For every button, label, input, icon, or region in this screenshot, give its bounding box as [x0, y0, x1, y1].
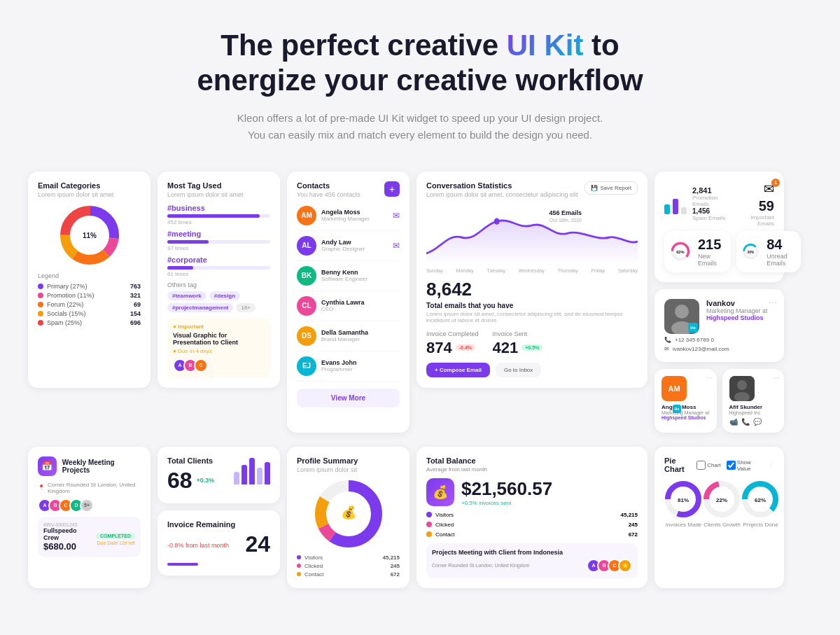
- invoice-remaining-title: Invoice Remaining: [167, 520, 270, 529]
- project-meeting-card: Projects Meeting with Client from Indone…: [426, 543, 638, 578]
- spam-emails-label: Spam Emails: [692, 215, 732, 221]
- dots-menu[interactable]: ···: [769, 296, 777, 307]
- svg-point-7: [494, 218, 500, 224]
- hero-title: The perfect creative UI Kit to energize …: [14, 28, 826, 99]
- clients-growth-pie: 22% Clients Growth: [703, 480, 741, 528]
- balance-header: Total Balance Average from last month: [426, 456, 638, 473]
- ivankov-name: Ivankov: [706, 299, 768, 307]
- compose-row: + Compose Email Go to Inbox: [426, 363, 638, 377]
- hero-accent: UI Kit: [507, 29, 584, 62]
- invoice-completed-badge: -0.4%: [456, 344, 475, 351]
- tag-chip[interactable]: #projectmanagement: [167, 303, 233, 312]
- others-tag-label: Others tag: [167, 281, 270, 288]
- view-more-button[interactable]: View More: [297, 389, 400, 407]
- invoices-made-pie: 81% Invoices Made: [664, 480, 703, 528]
- important-title: Visual Graphic for Presentation to Clien…: [173, 332, 265, 346]
- balance-value-row: 💰 $21,560.57 +0.5% invoices sent: [426, 478, 638, 506]
- clients-bar-chart: [234, 456, 270, 484]
- dots-menu[interactable]: ···: [774, 373, 780, 382]
- pie-header: Pie Chart Chart Show Value ⋮: [664, 456, 774, 475]
- ivankov-phone: 📞+12 345 6789 0: [664, 337, 774, 343]
- total-clients-badge: +0.3%: [197, 477, 215, 484]
- compose-email-button[interactable]: + Compose Email: [426, 363, 490, 377]
- important-label: ● Important: [173, 323, 265, 330]
- tag-corporate: #corporate 61 times: [167, 256, 270, 277]
- project-meeting-title: Projects Meeting with Client from Indone…: [432, 549, 632, 556]
- afif-profile-card: ··· Afif Skunder Highspeed Inc 📹 📞 💬: [722, 369, 785, 433]
- contacts-header: Contacts You have 456 contacts +: [297, 181, 400, 198]
- angela-company: Highspeed Studios: [662, 415, 710, 420]
- contact-item: AM Angela MossMarketing Manager ✉: [297, 201, 400, 231]
- tag-business: #business 452 times: [167, 204, 270, 225]
- projects-done-label: Projects Done: [741, 522, 780, 528]
- invoice-status: COMPLETED: [96, 533, 135, 539]
- chart-checkbox[interactable]: [696, 461, 706, 470]
- tag-more[interactable]: 16+: [236, 303, 255, 312]
- legend-list: Primary (27%) 763 Promotion (11%) 321 Fo…: [38, 283, 141, 326]
- contact-item: CL Cynthia LawraCEO: [297, 291, 400, 321]
- promotion-emails-label: Promotion Emails: [692, 195, 732, 207]
- bottom-row: 📅 Weekly Meeting Projects 📍Corner Rounde…: [14, 447, 826, 602]
- promotion-emails-count: 2,841: [692, 186, 732, 195]
- svg-text:💰: 💰: [341, 505, 357, 520]
- invoice-row: #INV-00001245 Fullspeedo Crew $680.00 CO…: [38, 517, 141, 557]
- dots-menu[interactable]: ···: [706, 373, 712, 382]
- svg-text:11%: 11%: [82, 232, 96, 239]
- total-clients-card: Total Clients 68 +0.3%: [158, 447, 280, 503]
- project-meeting-location: Corner Rounded St London, United Kingdom: [432, 563, 529, 568]
- svg-text:62%: 62%: [676, 251, 685, 255]
- invoice-sent: Invoice Sent 421 +0.5%: [493, 330, 543, 357]
- legend-item: Promotion (11%) 321: [38, 292, 141, 299]
- ivankov-role: Marketing Manager at: [706, 307, 768, 314]
- right-column: 2,841 Promotion Emails 1,456 Spam Emails…: [654, 172, 784, 433]
- contact-item: AL Andy LawGraphic Designer ✉: [297, 231, 400, 261]
- conv-header: Conversation Statistics Lorem ipsum dolo…: [426, 181, 638, 204]
- ivankov-email: ✉ivankov123@mail.com: [664, 346, 774, 352]
- pie-chart-title: Pie Chart: [664, 456, 696, 473]
- donut-chart: 11%: [38, 204, 141, 267]
- save-icon: 💾: [591, 185, 598, 191]
- balance-badge: +0.5% invoices sent: [461, 500, 552, 506]
- invoice-number: #INV-00001245: [43, 522, 90, 527]
- hero-title-line2: energize your creative workflow: [197, 64, 643, 97]
- save-report-button[interactable]: 💾 Save Report: [584, 181, 638, 195]
- hs-badge: Hs: [688, 323, 698, 333]
- most-tag-title: Most Tag Used: [167, 181, 270, 190]
- balance-title: Total Balance: [426, 456, 487, 465]
- ivankov-profile-card: ··· Hs Ivankov Marketing Manager at: [654, 289, 784, 362]
- pie-more-options[interactable]: ⋮: [769, 462, 774, 468]
- afif-company: Highspeed Inc: [729, 410, 778, 415]
- show-value-checkbox[interactable]: [727, 461, 736, 470]
- go-to-inbox-button[interactable]: Go to Inbox: [496, 363, 541, 377]
- tag-chip[interactable]: #teamwork: [167, 291, 206, 300]
- total-emails-value: 8,642: [426, 279, 638, 300]
- add-contact-button[interactable]: +: [384, 181, 400, 197]
- chart-area: 456 Emails Oct 18th, 2020: [426, 209, 638, 265]
- ivankov-company: Highspeed Studios: [706, 314, 768, 321]
- invoice-completed: Invoice Completed 874 -0.4%: [426, 330, 479, 357]
- total-balance-card: Total Balance Average from last month 💰 …: [416, 447, 648, 588]
- invoice-completed-value: 874: [426, 339, 452, 357]
- invoice-remaining-value: 24: [245, 531, 270, 557]
- unread-emails-card: 38% 84 Unread Emails: [736, 231, 801, 272]
- svg-text:81%: 81%: [678, 497, 689, 503]
- invoice-sent-badge: +0.5%: [522, 344, 542, 351]
- angela-role: Marketing Manager at: [662, 410, 710, 415]
- invoice-remaining-card: Invoice Remaining -0.8% from last month …: [158, 510, 280, 575]
- hero-title-suffix: to: [583, 29, 619, 62]
- email-categories-sub: Lorem ipsum dolor sit amet: [38, 191, 141, 198]
- avatars-row: A B C: [173, 358, 265, 372]
- contact-item: DS Della SamanthaBrand Manager: [297, 321, 400, 351]
- tag-chip[interactable]: #design: [209, 291, 240, 300]
- invoice-sent-value: 421: [493, 339, 519, 357]
- important-emails-label: Important Emails: [737, 214, 774, 227]
- dashboard-grid: Email Categories Lorem ipsum dolor sit a…: [14, 165, 826, 447]
- profile-stats: Visitors 45,215 Clicked 245 Contact 672: [297, 554, 400, 578]
- balance-avg: Average from last month: [426, 466, 487, 473]
- contacts-count: You have 456 contacts: [297, 191, 360, 198]
- legend-item: Primary (27%) 763: [38, 283, 141, 290]
- balance-value: $21,560.57: [461, 478, 552, 500]
- pie-chart-card: Pie Chart Chart Show Value ⋮ 81%: [654, 447, 784, 588]
- contact-item: BK Benny KennSoftware Engineer: [297, 261, 400, 291]
- weekly-meeting-card: 📅 Weekly Meeting Projects 📍Corner Rounde…: [28, 447, 150, 588]
